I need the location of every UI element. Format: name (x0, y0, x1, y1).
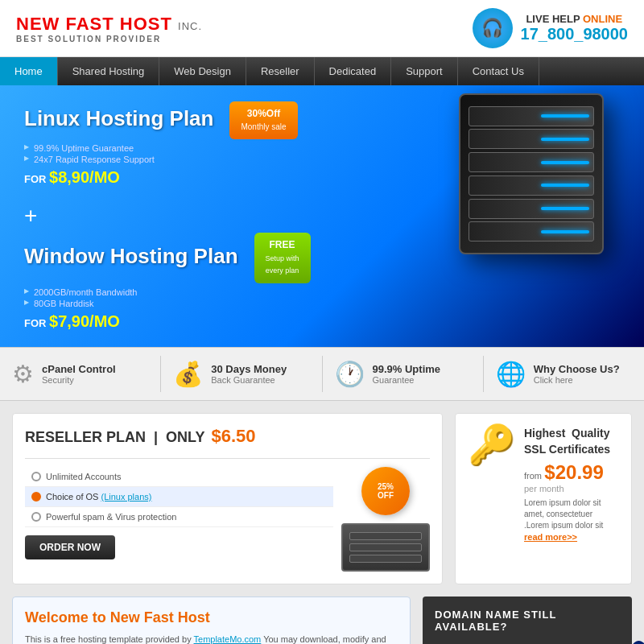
reseller-server-image (341, 523, 430, 572)
welcome-section: Welcome to New Fast Host This is a free … (12, 597, 411, 644)
server-box (459, 93, 604, 254)
linux-feature-2: 24x7 Rapid Response Support (24, 155, 362, 164)
banner: Linux Hosting Plan 30%OffMonthly sale 99… (0, 85, 644, 347)
nav-reseller[interactable]: Reseller (246, 57, 315, 85)
windows-badge: FREESetup withevery plan (254, 233, 311, 283)
bottom-content: Welcome to New Fast Host This is a free … (0, 597, 644, 644)
linux-plans-link[interactable]: (Linux plans) (101, 492, 151, 502)
main-nav: Home Shared Hosting Web Design Reseller … (0, 57, 644, 85)
nav-contact[interactable]: Contact Us (458, 57, 539, 85)
feature-uptime: 🕐 99.9% Uptime Guarantee (323, 356, 484, 392)
welcome-brand: New Fast Host (110, 609, 210, 625)
logo-area: NEW FAST HOST INC. BEST SOLUTION PROVIDE… (16, 14, 202, 43)
feature-money: 💰 30 Days Money Back Guarantee (161, 356, 322, 392)
ssl-read-more-link[interactable]: read more>> (524, 532, 577, 542)
ssl-content: Highest QualitySSL Certificates from $20… (524, 426, 619, 543)
reseller-price: $6.50 (211, 426, 255, 447)
nav-support[interactable]: Support (391, 57, 458, 85)
server-bay-5 (469, 199, 594, 219)
windows-feature-2: 80GB Harddisk (24, 299, 362, 308)
reseller-right: 25% OFF (341, 467, 430, 572)
feature-money-text: 30 Days Money Back Guarantee (211, 363, 287, 385)
linux-price: FOR $8,90/MO (24, 168, 362, 187)
reseller-feature-1: Unlimited Accounts (25, 467, 333, 487)
domain-box: DOMAIN NAME STILL AVAILABLE? .com ▼ .net… (423, 597, 632, 644)
order-now-button[interactable]: ORDER NOW (25, 535, 115, 559)
linux-badge: 30%OffMonthly sale (229, 101, 297, 139)
money-icon: 💰 (173, 360, 203, 388)
server-bay-1 (469, 106, 594, 126)
server-bay-6 (469, 221, 594, 242)
main-content: RESELLER PLAN | ONLY $6.50 Unlimited Acc… (0, 401, 644, 597)
ssl-inner: 🔑 Highest QualitySSL Certificates from $… (468, 426, 619, 543)
linux-title-row: Linux Hosting Plan 30%OffMonthly sale (24, 101, 362, 139)
reseller-section: RESELLER PLAN | ONLY $6.50 Unlimited Acc… (12, 413, 443, 584)
ssl-section: 🔑 Highest QualitySSL Certificates from $… (455, 413, 632, 584)
domain-globe-icon: 🔍 (628, 641, 644, 644)
disk-slots (345, 528, 426, 567)
money-sub: Back Guarantee (211, 375, 287, 385)
domain-search-row: .com ▼ .net .org 🔍 (435, 641, 620, 644)
reseller-plan-text: PLAN | ONLY (106, 429, 204, 445)
logo-sub: BEST SOLUTION PROVIDER (16, 35, 202, 43)
cpanel-label: cPanel Control (42, 363, 116, 375)
welcome-title: Welcome to New Fast Host (25, 609, 398, 626)
reseller-inner: Unlimited Accounts Choice of OS (Linux p… (25, 467, 430, 572)
feature-cpanel: ⚙ cPanel Control Security (0, 356, 161, 392)
banner-content: Linux Hosting Plan 30%OffMonthly sale 99… (24, 101, 362, 331)
server-bay-4 (469, 175, 594, 196)
uptime-sub: Guarantee (373, 375, 441, 385)
feat-dot-1 (31, 472, 41, 481)
windows-title-row: Window Hosting Plan FREESetup withevery … (24, 233, 362, 283)
server-bay-2 (469, 129, 594, 149)
domain-title: DOMAIN NAME STILL AVAILABLE? (435, 609, 620, 633)
nav-dedicated[interactable]: Dedicated (315, 57, 392, 85)
help-area: 🎧 LIVE HELP ONLINE 17_800_98000 (473, 8, 628, 48)
linux-plan-title: Linux Hosting Plan (24, 106, 213, 131)
windows-feature-1: 2000GB/month Bandwidth (24, 287, 362, 297)
feat-dot-3 (31, 512, 41, 522)
reseller-feature-2: Choice of OS (Linux plans) (25, 487, 333, 507)
windows-plan-title: Window Hosting Plan (24, 244, 238, 269)
cpanel-sub: Security (42, 375, 116, 385)
reseller-features-list: Unlimited Accounts Choice of OS (Linux p… (25, 467, 333, 559)
nav-web-design[interactable]: Web Design (159, 57, 246, 85)
feature-why-text: Why Choose Us? Click here (534, 363, 620, 385)
feat-label-2: Choice of OS (Linux plans) (46, 492, 151, 502)
linux-section: Linux Hosting Plan 30%OffMonthly sale 99… (24, 101, 362, 187)
feat-label-1: Unlimited Accounts (46, 472, 122, 481)
off-label: OFF (378, 491, 394, 500)
why-sub: Click here (534, 375, 620, 385)
help-phone: 17_800_98000 (521, 25, 628, 43)
ssl-per-month: per month (524, 484, 619, 493)
headset-icon: 🎧 (473, 8, 513, 48)
why-label: Why Choose Us? (534, 363, 620, 375)
disk-slot-1 (349, 532, 422, 540)
templatemo-link[interactable]: TemplateMo.com (194, 634, 262, 644)
disk-slot-3 (349, 555, 422, 563)
percent-value: 25% (378, 482, 394, 491)
help-live-label: LIVE HELP ONLINE (521, 13, 628, 25)
linux-feature-1: 99.9% Uptime Guarantee (24, 143, 362, 153)
logo-text: NEW FAST HOST (16, 14, 172, 34)
features-bar: ⚙ cPanel Control Security 💰 30 Days Mone… (0, 347, 644, 401)
header: NEW FAST HOST INC. BEST SOLUTION PROVIDE… (0, 0, 644, 57)
reseller-feature-3: Powerful spam & Virus protection (25, 507, 333, 527)
plus-divider: + (24, 203, 362, 229)
cpanel-icon: ⚙ (12, 360, 34, 388)
nav-shared-hosting[interactable]: Shared Hosting (58, 57, 160, 85)
help-text: LIVE HELP ONLINE 17_800_98000 (521, 13, 628, 43)
welcome-text: This is a free hosting template provided… (25, 633, 398, 644)
nav-home[interactable]: Home (0, 57, 58, 85)
reseller-word: RESELLER (25, 429, 102, 445)
uptime-label: 99.9% Uptime (373, 363, 441, 375)
feature-cpanel-text: cPanel Control Security (42, 363, 116, 385)
percent-badge: 25% OFF (361, 467, 410, 515)
ssl-from-label: from (524, 471, 542, 481)
feature-why[interactable]: 🌐 Why Choose Us? Click here (484, 356, 644, 392)
feat-label-3: Powerful spam & Virus protection (46, 512, 176, 522)
logo-main: NEW FAST HOST INC. (16, 14, 202, 35)
server-image (459, 93, 620, 262)
disk-slot-2 (349, 543, 422, 551)
ssl-pricing: from $20.99 per month (524, 461, 619, 493)
